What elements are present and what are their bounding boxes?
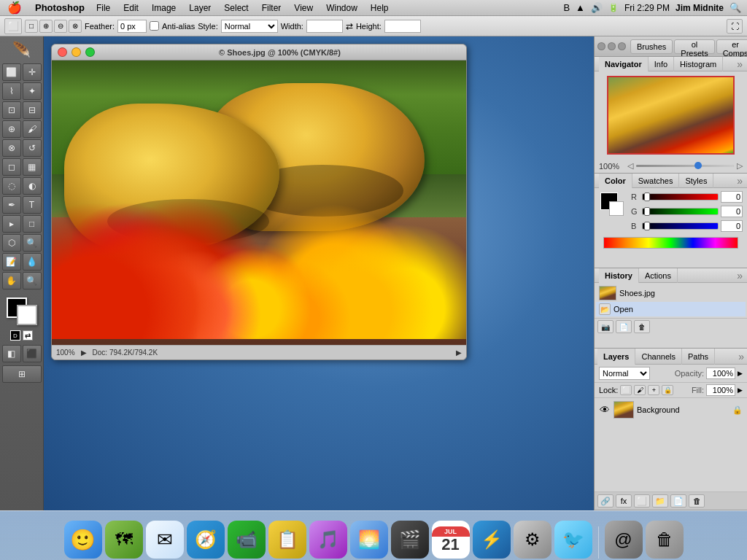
menu-layer[interactable]: Layer bbox=[183, 1, 217, 15]
right-tool1[interactable]: ⛶ bbox=[727, 19, 743, 34]
dock-facetime[interactable]: 📹 bbox=[228, 521, 266, 559]
slice-tool[interactable]: ⊟ bbox=[23, 101, 42, 119]
color-background[interactable] bbox=[609, 201, 624, 216]
feather-input[interactable] bbox=[117, 20, 147, 33]
tab-styles[interactable]: Styles bbox=[679, 174, 713, 188]
shape-tool[interactable]: □ bbox=[23, 215, 42, 233]
new-selection[interactable]: □ bbox=[25, 20, 38, 33]
intersect-selection[interactable]: ⊗ bbox=[69, 20, 82, 33]
menu-filter[interactable]: Filter bbox=[256, 1, 287, 15]
eyedropper-tool[interactable]: 🔍 bbox=[23, 234, 42, 252]
b-slider[interactable] bbox=[642, 222, 719, 230]
blur-tool[interactable]: ◌ bbox=[2, 177, 21, 195]
window-close-btn[interactable] bbox=[58, 47, 67, 57]
tab-layers[interactable]: Layers bbox=[597, 349, 635, 365]
width-input[interactable] bbox=[306, 20, 343, 33]
add-mask-btn[interactable]: ⬜ bbox=[634, 494, 650, 508]
tab-history[interactable]: History bbox=[599, 268, 639, 283]
menu-view[interactable]: View bbox=[288, 1, 319, 15]
panel-min-dot[interactable] bbox=[608, 42, 616, 50]
r-value[interactable] bbox=[721, 191, 743, 203]
layers-gripper[interactable]: » bbox=[738, 351, 744, 362]
background-color[interactable] bbox=[17, 305, 37, 325]
brush-tool[interactable]: 🖌 bbox=[23, 120, 42, 138]
menu-edit[interactable]: Edit bbox=[117, 1, 144, 15]
delete-layer-btn[interactable]: 🗑 bbox=[689, 494, 705, 508]
style-select[interactable]: Normal Fixed Ratio Fixed Size bbox=[221, 20, 278, 33]
lock-transparent-btn[interactable]: ⬜ bbox=[620, 385, 632, 395]
dock-mail[interactable]: ✉ bbox=[146, 521, 184, 559]
dock-trash[interactable]: 🗑 bbox=[646, 521, 684, 559]
status-arrow-icon[interactable]: ▶ bbox=[81, 349, 87, 357]
crop-tool[interactable]: ⊡ bbox=[2, 101, 21, 119]
fill-input[interactable] bbox=[706, 384, 735, 396]
tab-navigator[interactable]: Navigator bbox=[599, 57, 649, 71]
history-brush-tool[interactable]: ↺ bbox=[23, 139, 42, 157]
dock-ical[interactable]: JUL 21 bbox=[432, 521, 470, 559]
dock-itunes[interactable]: 🎵 bbox=[309, 521, 347, 559]
tab-actions[interactable]: Actions bbox=[639, 268, 678, 283]
tab-channels[interactable]: Channels bbox=[635, 349, 681, 365]
apple-menu[interactable]: 🍎 bbox=[0, 1, 29, 15]
dock-finder[interactable]: 🙂 bbox=[64, 521, 102, 559]
tab-histogram[interactable]: Histogram bbox=[674, 57, 723, 71]
stamp-tool[interactable]: ⊗ bbox=[2, 139, 21, 157]
dock-notes[interactable]: 📋 bbox=[268, 521, 306, 559]
dock-iphoto[interactable]: 🌅 bbox=[350, 521, 388, 559]
screen-mode[interactable]: ⊞ bbox=[2, 365, 42, 383]
lock-position-btn[interactable]: + bbox=[648, 385, 659, 395]
marquee-rect-btn[interactable]: ⬜ bbox=[4, 18, 22, 34]
lock-all-btn[interactable]: 🔒 bbox=[662, 385, 673, 395]
healing-tool[interactable]: ⊕ bbox=[2, 120, 21, 138]
zoom-slider[interactable] bbox=[636, 165, 734, 167]
magic-wand-tool[interactable]: ✦ bbox=[23, 82, 42, 100]
navigator-gripper[interactable]: » bbox=[737, 58, 743, 70]
opacity-input[interactable] bbox=[706, 368, 735, 379]
panel-close-dot[interactable] bbox=[597, 42, 605, 50]
zoom-tool[interactable]: 🔍 bbox=[23, 272, 42, 289]
blend-mode-select[interactable]: Normal Multiply Screen Overlay bbox=[599, 367, 650, 380]
add-selection[interactable]: ⊕ bbox=[39, 20, 53, 33]
g-slider[interactable] bbox=[642, 208, 719, 215]
delete-history-btn[interactable]: 🗑 bbox=[634, 320, 650, 333]
move-tool[interactable]: ✛ bbox=[23, 63, 42, 81]
swap-wh-icon[interactable]: ⇄ bbox=[346, 21, 353, 31]
tab-paths[interactable]: Paths bbox=[682, 349, 715, 365]
new-snapshot-btn[interactable]: 📷 bbox=[597, 320, 614, 333]
eraser-tool[interactable]: ◻ bbox=[2, 158, 21, 176]
gradient-tool[interactable]: ▦ bbox=[23, 158, 42, 176]
dock-imovie[interactable]: 🎬 bbox=[391, 521, 429, 559]
height-input[interactable] bbox=[384, 20, 421, 33]
eyedropper2-tool[interactable]: 💧 bbox=[23, 253, 42, 271]
subtract-selection[interactable]: ⊖ bbox=[54, 20, 67, 33]
r-slider[interactable] bbox=[642, 193, 719, 201]
comps-btn[interactable]: er Comps bbox=[716, 39, 747, 54]
history-gripper[interactable]: » bbox=[737, 270, 743, 281]
lock-image-btn[interactable]: 🖌 bbox=[634, 385, 646, 395]
tab-color[interactable]: Color bbox=[599, 174, 632, 188]
3d-tool[interactable]: ⬡ bbox=[2, 234, 21, 252]
dock-mail2[interactable]: @ bbox=[605, 521, 643, 559]
new-doc-btn[interactable]: 📄 bbox=[616, 320, 632, 333]
dock-twitter[interactable]: 🐦 bbox=[554, 521, 592, 559]
g-value[interactable] bbox=[721, 206, 743, 217]
dock-istat[interactable]: ⚡ bbox=[473, 521, 511, 559]
quick-mask-mode[interactable]: ◧ bbox=[2, 345, 21, 362]
link-layers-btn[interactable]: 🔗 bbox=[597, 494, 614, 508]
menu-image[interactable]: Image bbox=[146, 1, 182, 15]
b-value[interactable] bbox=[721, 220, 743, 232]
menu-file[interactable]: File bbox=[90, 1, 116, 15]
switch-colors[interactable]: ⇄ bbox=[23, 330, 33, 341]
dock-maps[interactable]: 🗺 bbox=[105, 521, 143, 559]
brushes-btn[interactable]: Brushes bbox=[630, 39, 673, 54]
notes-tool[interactable]: 📝 bbox=[2, 253, 21, 271]
layer-visibility-eye[interactable]: 👁 bbox=[599, 404, 611, 416]
hand-tool[interactable]: ✋ bbox=[2, 272, 21, 289]
lasso-tool[interactable]: ⌇ bbox=[2, 82, 21, 100]
window-maximize-btn[interactable] bbox=[85, 47, 95, 57]
tab-swatches[interactable]: Swatches bbox=[632, 174, 680, 188]
color-spectrum[interactable] bbox=[603, 237, 738, 249]
marquee-tool[interactable]: ⬜ bbox=[2, 63, 21, 81]
presets-btn[interactable]: ol Presets bbox=[674, 39, 714, 54]
history-item-shoes[interactable]: Shoes.jpg bbox=[596, 284, 746, 302]
